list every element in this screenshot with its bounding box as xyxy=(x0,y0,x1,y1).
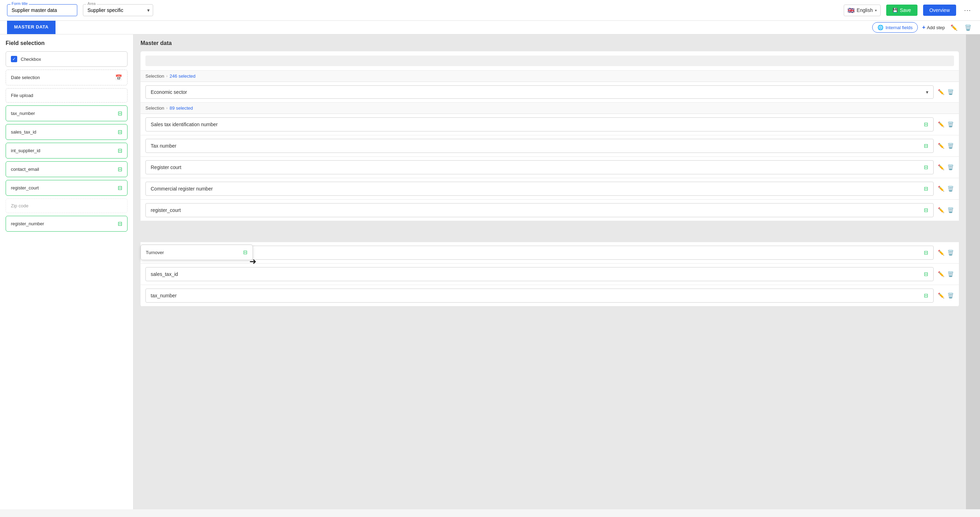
chevron-right-icon-1: › xyxy=(166,74,167,78)
main-layout: Field selection ✓ Checkbox Date selectio… xyxy=(0,34,980,509)
sales-tax-id-edit-button[interactable]: ✏️ xyxy=(938,271,945,277)
register-court-internal-row: register_court ⊟ ✏️ 🗑️ xyxy=(140,199,959,221)
register-court-internal-delete-button[interactable]: 🗑️ xyxy=(947,207,954,213)
economic-sector-row: Economic sector ▾ ✏️ 🗑️ xyxy=(140,82,959,103)
register-court-internal-edit-button[interactable]: ✏️ xyxy=(938,207,945,213)
commercial-register-field-label: Commercial register number xyxy=(151,186,213,191)
sales-tax-id-field-icon: ⊟ xyxy=(924,271,928,277)
chevron-right-icon-2: › xyxy=(166,106,167,110)
sales-tax-actions: ✏️ 🗑️ xyxy=(938,121,954,128)
register-court-internal-label: register_court xyxy=(151,207,181,213)
register-court-internal-icon: ⊟ xyxy=(924,207,928,213)
edit-step-button[interactable]: ✏️ xyxy=(949,23,959,32)
contact-email-label: contact_email xyxy=(11,167,39,172)
selection-count-1: 246 selected xyxy=(170,73,196,79)
sales-tax-delete-button[interactable]: 🗑️ xyxy=(947,121,954,128)
commercial-register-edit-button[interactable]: ✏️ xyxy=(938,185,945,192)
register-court-internal-actions: ✏️ 🗑️ xyxy=(938,207,954,213)
calendar-icon: 📅 xyxy=(115,74,122,81)
step-bar: MASTER DATA 🌐 Internal fields + Add step… xyxy=(0,21,980,34)
checkbox-field-item[interactable]: ✓ Checkbox xyxy=(6,51,127,67)
date-selection-field-item[interactable]: Date selection 📅 xyxy=(6,70,127,85)
commercial-register-row: Commercial register number ⊟ ✏️ 🗑️ xyxy=(140,178,959,199)
tax-number-field: Tax number ⊟ xyxy=(145,139,934,153)
more-options-button[interactable]: ⋯ xyxy=(962,5,973,16)
register-court-edit-button[interactable]: ✏️ xyxy=(938,164,945,171)
tax-number-actions: ✏️ 🗑️ xyxy=(938,143,954,149)
internal-field-icon: ⊟ xyxy=(118,185,122,191)
contact-email-delete-button[interactable]: 🗑️ xyxy=(947,249,954,256)
register-number-field-item[interactable]: register_number ⊟ xyxy=(6,216,127,231)
right-panel xyxy=(966,34,980,509)
internal-field-icon: ⊟ xyxy=(118,220,122,227)
area-select-wrapper: Area Supplier specific General Financial… xyxy=(83,4,153,16)
overview-button[interactable]: Overview xyxy=(923,5,956,16)
lang-chevron-down-icon: ▾ xyxy=(875,8,877,12)
form-title-input[interactable] xyxy=(7,4,77,16)
checkbox-icon: ✓ xyxy=(11,56,17,62)
tax-number-bottom-label: tax_number xyxy=(151,293,177,298)
economic-sector-edit-button[interactable]: ✏️ xyxy=(938,89,945,95)
drag-target-area xyxy=(140,221,959,242)
turnover-label: Turnover xyxy=(146,250,164,255)
sales-tax-id-row: sales_tax_id ⊟ ✏️ 🗑️ xyxy=(140,263,959,285)
file-upload-field-item[interactable]: File upload xyxy=(6,88,127,103)
delete-step-button[interactable]: 🗑️ xyxy=(963,23,973,32)
selection-label-2: Selection xyxy=(145,105,164,111)
language-selector[interactable]: 🇬🇧 English ▾ xyxy=(844,5,881,16)
register-court-field-label: Register court xyxy=(151,164,181,170)
sales-tax-id-delete-button[interactable]: 🗑️ xyxy=(947,271,954,277)
form-title-wrapper: Form title xyxy=(7,4,77,16)
master-data-inner: Selection › 246 selected Economic sector… xyxy=(140,51,959,306)
tax-number-bottom-delete-button[interactable]: 🗑️ xyxy=(947,292,954,299)
register-court-field-item[interactable]: register_court ⊟ xyxy=(6,180,127,196)
master-data-tab-label: MASTER DATA xyxy=(14,24,48,30)
center-panel: Master data Selection › 246 selected Eco… xyxy=(134,34,966,509)
turnover-icon: ⊟ xyxy=(243,249,248,255)
commercial-register-field-icon: ⊟ xyxy=(924,185,928,192)
economic-sector-delete-button[interactable]: 🗑️ xyxy=(947,89,954,95)
contact-email-edit-button[interactable]: ✏️ xyxy=(938,249,945,256)
master-data-tab[interactable]: MASTER DATA xyxy=(7,21,56,34)
economic-sector-actions: ✏️ 🗑️ xyxy=(938,89,954,95)
tax-number-delete-button[interactable]: 🗑️ xyxy=(947,143,954,149)
file-upload-label: File upload xyxy=(11,93,33,98)
turnover-drag-tooltip: Turnover ⊟ xyxy=(140,245,253,260)
save-button[interactable]: 💾 Save xyxy=(886,5,918,16)
zip-code-label: Zip code xyxy=(11,203,29,208)
register-court-field-icon: ⊟ xyxy=(924,164,928,171)
save-label: Save xyxy=(900,7,911,13)
field-selection-title: Field selection xyxy=(6,40,127,46)
tax-number-edit-button[interactable]: ✏️ xyxy=(938,143,945,149)
internal-field-icon: ⊟ xyxy=(118,129,122,135)
zip-code-field-item[interactable]: Zip code xyxy=(6,199,127,213)
contact-email-field-item[interactable]: contact_email ⊟ xyxy=(6,161,127,177)
internal-field-icon: ⊟ xyxy=(118,110,122,116)
form-title-label: Form title xyxy=(11,2,29,6)
commercial-register-delete-button[interactable]: 🗑️ xyxy=(947,185,954,192)
sales-tax-id-field-item[interactable]: sales_tax_id ⊟ xyxy=(6,124,127,140)
register-court-actions: ✏️ 🗑️ xyxy=(938,164,954,171)
contact-email-field: contact_email ⊟ xyxy=(145,246,934,260)
add-step-button[interactable]: + Add step xyxy=(922,24,945,30)
int-supplier-id-label: int_supplier_id xyxy=(11,148,40,153)
int-supplier-id-field-item[interactable]: int_supplier_id ⊟ xyxy=(6,143,127,158)
selection-header-1: Selection › 246 selected xyxy=(140,71,959,82)
tax-number-bottom-field: tax_number ⊟ xyxy=(145,289,934,303)
tax-number-field-item[interactable]: tax_number ⊟ xyxy=(6,105,127,121)
add-step-label: Add step xyxy=(927,25,945,30)
sales-tax-field-label: Sales tax identification number xyxy=(151,121,218,127)
top-bar: Form title Area Supplier specific Genera… xyxy=(0,0,980,21)
economic-sector-field[interactable]: Economic sector ▾ xyxy=(145,85,934,99)
internal-field-icon: ⊟ xyxy=(118,166,122,172)
area-select[interactable]: Supplier specific General Financial xyxy=(83,4,153,16)
sales-tax-edit-button[interactable]: ✏️ xyxy=(938,121,945,128)
register-court-field: Register court ⊟ xyxy=(145,160,934,174)
tax-number-bottom-actions: ✏️ 🗑️ xyxy=(938,292,954,299)
tax-number-bottom-edit-button[interactable]: ✏️ xyxy=(938,292,945,299)
commercial-register-actions: ✏️ 🗑️ xyxy=(938,185,954,192)
register-court-delete-button[interactable]: 🗑️ xyxy=(947,164,954,171)
tax-number-bottom-icon: ⊟ xyxy=(924,292,928,299)
tax-number-field-label: Tax number xyxy=(151,143,176,149)
internal-fields-button[interactable]: 🌐 Internal fields xyxy=(872,22,918,33)
